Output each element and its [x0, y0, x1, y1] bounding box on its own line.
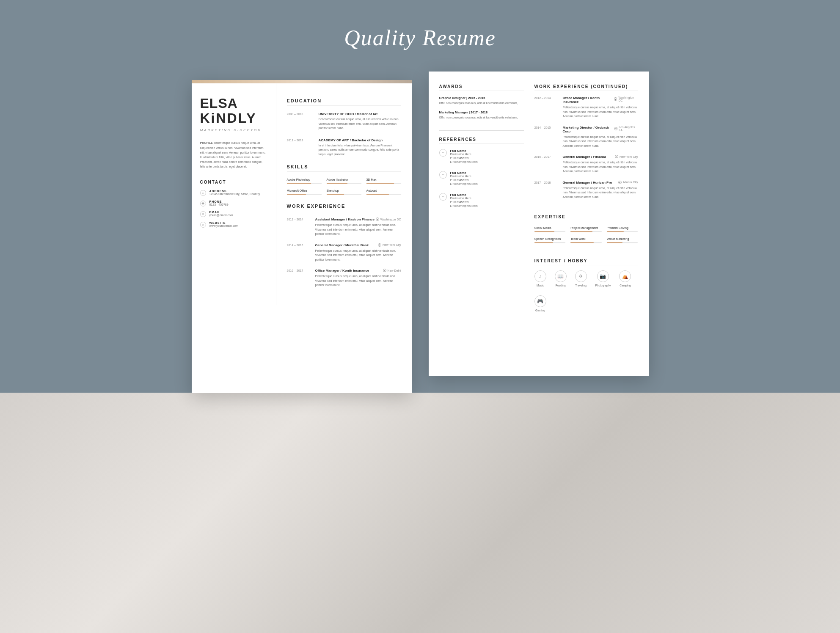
- ref-phone-1: P: 0123456789: [450, 157, 478, 160]
- work-cont-location-1: ◆ Washington DC: [614, 96, 638, 102]
- hobby-item: 🎮 Gaming: [534, 295, 546, 312]
- page-title: Quality Resume: [344, 25, 496, 50]
- work-cont-year-1: 2012 – 2014: [534, 96, 558, 119]
- work-details-2: General Manager / Murathal Bank ◆ New Yo…: [315, 243, 401, 262]
- work-title-3: Office Manager / Konth Insurance: [315, 269, 369, 272]
- page1-left-column: ELSA KiNDLY MARKETING DIRECTOR PROFILE p…: [192, 83, 276, 305]
- loc-icon-c2: ◆: [614, 127, 618, 130]
- ref-item-2: ✏ Full Name Profession Here P: 012345678…: [439, 171, 524, 185]
- hobby-label: Music: [537, 284, 544, 287]
- ref-name-1: Full Name: [450, 149, 478, 153]
- work-cont-header-row-4: General Manager / Hurican Pro ◆ Atlanta …: [563, 181, 638, 184]
- ref-profession-3: Profession Here: [450, 197, 478, 200]
- work-cont-desc-2: Pellentesque cursus neque urna, at aliqu…: [563, 135, 638, 149]
- work-cont-year-2: 2014 – 2015: [534, 126, 558, 149]
- expertise-name: Social Media: [534, 226, 566, 229]
- education-header: EDUCATION: [287, 98, 401, 106]
- skill-fill: [366, 194, 389, 195]
- name-block: ELSA KiNDLY MARKETING DIRECTOR: [200, 96, 267, 132]
- skill-fill: [327, 194, 344, 195]
- work-header-row-1: Assistant Manager / Kastron Finance ◆ Wa…: [315, 217, 401, 221]
- work-details-1: Assistant Manager / Kastron Finance ◆ Wa…: [315, 217, 401, 237]
- resume-page-2: AWARDS Graphic Designer | 2015 - 2016 Of…: [429, 72, 649, 376]
- skill-fill: [287, 183, 311, 184]
- award-desc-1: Offici non consequis nosa nus, odis ut l…: [439, 101, 524, 105]
- skill-bar: [287, 183, 322, 184]
- edu-desc-2: In at interdum felis, vitae pulvinar ris…: [319, 143, 401, 157]
- expertise-bar: [607, 231, 638, 232]
- work-cont-header-row-2: Marketing Director / Groback Corp ◆ Los …: [563, 126, 638, 133]
- page2-right-column: WORK EXPERIENCE (CONTINUED) 2012 – 2014 …: [534, 84, 638, 312]
- hobby-label: Photography: [595, 284, 611, 287]
- address-details: ADDRESS 12345 Streetname City, State, Co…: [209, 190, 260, 195]
- hobby-item: ♪ Music: [534, 270, 546, 287]
- expertise-fill: [570, 242, 594, 243]
- ref-icon-3: ✏: [439, 193, 447, 201]
- work-cont-location-3: ◆ New York City: [615, 155, 638, 158]
- work-cont-details-3: General Manager / Fitsahat ◆ New York Ci…: [563, 155, 638, 174]
- work-cont-item-3: 2015 – 2017 General Manager / Fitsahat ◆…: [534, 155, 638, 174]
- contact-website: ⊕ WEBSITE www.yourdomain.com: [200, 221, 267, 228]
- work-cont-item-4: 2017 – 2018 General Manager / Hurican Pr…: [534, 181, 638, 200]
- work-item-1: 2012 – 2014 Assistant Manager / Kastron …: [287, 217, 401, 237]
- ref-profession-1: Profession Here: [450, 153, 478, 156]
- email-icon: ✉: [200, 211, 206, 217]
- skill-bar: [366, 194, 401, 195]
- work-location-1: ◆ Washington DC: [376, 217, 401, 221]
- work-item-3: 2016 – 2017 Office Manager / Konth Insur…: [287, 269, 401, 288]
- background-bottom: [0, 393, 840, 633]
- loc-icon-c1: ◆: [614, 97, 617, 101]
- hobby-item: 📷 Photography: [595, 270, 611, 287]
- expertise-name: Speech Recognition: [534, 237, 566, 240]
- top-bar: [192, 80, 412, 83]
- ref-email-2: E: fullname@mail.com: [450, 182, 478, 185]
- address-label: ADDRESS: [209, 190, 260, 193]
- edu-details-2: ACADEMY OF ART / Bachelor of Design In a…: [319, 138, 401, 157]
- work-item-2: 2014 – 2015 General Manager / Murathal B…: [287, 243, 401, 262]
- website-icon: ⊕: [200, 222, 206, 228]
- expertise-item: Venue Marketing: [607, 237, 638, 243]
- first-name: ELSA: [200, 96, 267, 111]
- work-year-3: 2016 – 2017: [287, 269, 310, 288]
- work-location-2: ◆ New York City: [378, 243, 401, 247]
- work-cont-desc-4: Pellentesque cursus neque urna, at aliqu…: [563, 186, 638, 200]
- hobby-item: ⛺ Camping: [619, 270, 631, 287]
- skill-item: 3D Max: [366, 178, 401, 184]
- work-cont-location-2: ◆ Los Angeles LA: [614, 126, 638, 132]
- work-cont-details-2: Marketing Director / Groback Corp ◆ Los …: [563, 126, 638, 149]
- work-title-1: Assistant Manager / Kastron Finance: [315, 217, 375, 221]
- work-header-row-2: General Manager / Murathal Bank ◆ New Yo…: [315, 243, 401, 247]
- work-year-2: 2014 – 2015: [287, 244, 310, 262]
- skills-grid: Adobe Photoshop Adobe Illustrator 3D Max…: [287, 178, 401, 195]
- expertise-name: Team Work: [570, 237, 602, 240]
- award-item-2: Marketing Manager | 2017 - 2018 Offici n…: [439, 110, 524, 120]
- expertise-fill: [534, 231, 555, 232]
- awards-header: AWARDS: [439, 84, 524, 91]
- hobby-grid: ♪ Music 📖 Reading ✈ Traveling 📷 Photogra…: [534, 270, 638, 312]
- skill-item: Autocad: [366, 189, 401, 195]
- email-value: yours@email.com: [209, 214, 233, 217]
- edu-year-2: 2011 – 2013: [287, 139, 312, 157]
- work-cont-header: WORK EXPERIENCE (CONTINUED): [534, 84, 638, 91]
- edu-item-2: 2011 – 2013 ACADEMY OF ART / Bachelor of…: [287, 138, 401, 157]
- references-header: REFERENCES: [439, 137, 524, 144]
- phone-value: 0123 - 456789: [209, 203, 229, 206]
- hobby-label: Reading: [555, 284, 565, 287]
- award-title-1: Graphic Designer | 2015 - 2016: [439, 96, 524, 100]
- website-label: WEBSITE: [209, 221, 238, 224]
- page1-right-column: EDUCATION 2008 – 2010 UNIVERSITY OF OHIO…: [276, 83, 412, 305]
- work-header-row-3: Office Manager / Konth Insurance ◆ New D…: [315, 269, 401, 272]
- ref-details-3: Full Name Profession Here P: 0123456789 …: [450, 193, 478, 207]
- work-location-3: ◆ New Delhi: [383, 269, 401, 272]
- edu-details-1: UNIVERSITY OF OHIO / Master of Art Pelle…: [319, 112, 401, 131]
- website-value: www.yourdomain.com: [209, 224, 238, 227]
- expertise-grid: Social Media Project Management Problem …: [534, 226, 638, 243]
- expertise-item: Problem Solving: [607, 226, 638, 232]
- ref-name-3: Full Name: [450, 193, 478, 197]
- work-cont-header-row-1: Office Manager / Konth Insurance ◆ Washi…: [563, 96, 638, 104]
- expertise-bar: [534, 242, 566, 243]
- ref-name-2: Full Name: [450, 171, 478, 175]
- divider-1: [439, 130, 524, 131]
- loc-icon-c4: ◆: [618, 181, 622, 184]
- work-cont-year-3: 2015 – 2017: [534, 155, 558, 174]
